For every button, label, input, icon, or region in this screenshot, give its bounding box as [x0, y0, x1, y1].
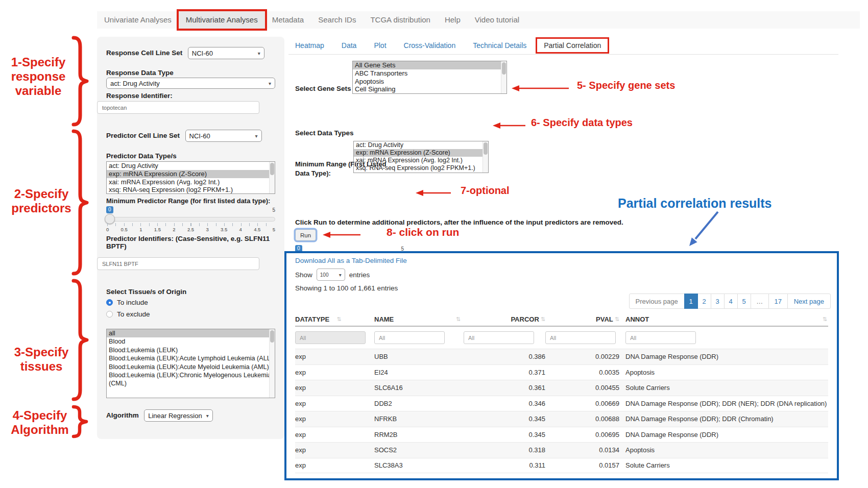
predictor-identifiers-input[interactable] — [97, 257, 259, 270]
download-all-link[interactable]: Download All as a Tab-Delimited File — [295, 257, 407, 264]
annotation-step2: 2-Specify predictors — [10, 187, 73, 215]
previous-page-button[interactable]: Previous page — [629, 294, 685, 309]
page-button-5[interactable]: 5 — [737, 294, 751, 309]
annotation-step5: 5- Specify gene sets — [577, 80, 675, 91]
sort-icon[interactable]: ⇅ — [541, 316, 545, 323]
table-row[interactable]: exp DDB2 0.346 0.00669 DNA Damage Respon… — [295, 396, 828, 411]
showing-entries-text: Showing 1 to 100 of 1,661 entries — [295, 284, 398, 292]
list-option[interactable]: Cell Signaling — [353, 85, 507, 93]
top-navbar: Univariate Analyses Multivariate Analyse… — [97, 11, 860, 29]
slider-handle[interactable] — [105, 214, 115, 224]
column-header-parcor[interactable]: PARCOR⇅ — [464, 315, 545, 323]
page-button-17[interactable]: 17 — [768, 294, 788, 309]
tab-technical-details[interactable]: Technical Details — [466, 39, 533, 52]
gene-sets-listbox[interactable]: All Gene Sets ABC Transporters Apoptosis… — [352, 61, 507, 94]
page-button-1[interactable]: 1 — [684, 294, 698, 309]
nav-item-multivariate-analyses[interactable]: Multivariate Analyses — [179, 11, 265, 29]
page-button-4[interactable]: 4 — [724, 294, 738, 309]
filter-input-name[interactable] — [374, 331, 445, 344]
tissue-exclude-radio[interactable]: To exclude — [106, 310, 150, 318]
scrollbar[interactable] — [269, 329, 275, 398]
page-button-2[interactable]: 2 — [697, 294, 711, 309]
sort-icon[interactable]: ⇅ — [456, 316, 461, 323]
list-option[interactable]: Blood — [107, 337, 275, 346]
next-page-button[interactable]: Next page — [787, 294, 831, 309]
scrollbar[interactable] — [269, 162, 275, 193]
nav-item-tcga-distribution[interactable]: TCGA distribution — [363, 11, 438, 29]
list-option-selected[interactable]: exp: mRNA Expression (Z-Score) — [354, 149, 488, 157]
column-header-pval[interactable]: PVAL⇅ — [545, 315, 619, 323]
table-row[interactable]: exp UBB 0.386 0.00229 DNA Damage Respons… — [295, 349, 828, 364]
sort-icon[interactable]: ⇅ — [615, 316, 619, 323]
sort-icon[interactable]: ⇅ — [823, 316, 827, 323]
min-range-label-line1: Minimum Range (First Listed — [295, 160, 386, 168]
scrollbar-thumb[interactable] — [484, 142, 488, 155]
table-row[interactable]: exp EI24 0.371 0.0035 Apoptosis — [295, 364, 828, 380]
scrollbar[interactable] — [483, 141, 488, 173]
red-brace-step3 — [69, 279, 90, 401]
table-row[interactable]: exp NFRKB 0.345 0.00688 DNA Damage Respo… — [295, 411, 828, 427]
tab-data[interactable]: Data — [335, 39, 364, 52]
nav-item-video-tutorial[interactable]: Video tutorial — [468, 11, 526, 29]
list-option-selected[interactable]: exp: mRNA Expression (Z-Score) — [107, 170, 275, 178]
list-option[interactable]: Blood:Leukemia (LEUK):Acute Lymphoid Leu… — [107, 354, 275, 362]
filter-input-pval[interactable] — [545, 331, 616, 344]
table-row[interactable]: exp SOCS2 0.318 0.0134 Apoptosis — [295, 442, 828, 458]
slider-track[interactable] — [106, 217, 275, 222]
red-brace-step1 — [69, 36, 90, 127]
run-button[interactable]: Run — [295, 229, 316, 241]
table-row[interactable]: exp RRM2B 0.345 0.00695 DNA Damage Respo… — [295, 427, 828, 443]
table-row[interactable]: exp SLC6A16 0.361 0.00455 Solute Carrier… — [295, 380, 828, 396]
radio-unchecked-icon[interactable] — [106, 311, 113, 318]
column-header-annot[interactable]: ANNOT⇅ — [619, 315, 828, 323]
radio-checked-icon[interactable] — [106, 299, 113, 306]
predictor-data-types-listbox[interactable]: act: Drug Activity exp: mRNA Expression … — [106, 161, 275, 194]
tissue-listbox[interactable]: all Blood Blood:Leukemia (LEUK) Blood:Le… — [106, 329, 275, 398]
nav-item-help[interactable]: Help — [438, 11, 468, 29]
data-types-listbox[interactable]: act: Drug Activity exp: mRNA Expression … — [353, 141, 489, 173]
predictor-cell-line-set-select[interactable]: NCI-60 ▾ — [185, 130, 262, 142]
filter-input-parcor[interactable] — [464, 331, 534, 344]
predictor-data-types-label: Predictor Data Type/s — [106, 152, 177, 160]
tab-plot[interactable]: Plot — [367, 39, 393, 52]
column-header-datatype[interactable]: DATATYPE⇅ — [295, 315, 374, 323]
list-option-selected[interactable]: all — [107, 329, 275, 337]
list-option[interactable]: Apoptosis — [353, 78, 507, 86]
list-option[interactable]: Blood:Leukemia (LEUK):Chronic Myelogenou… — [107, 371, 275, 388]
tab-cross-validation[interactable]: Cross-Validation — [397, 39, 463, 52]
nav-item-search-ids[interactable]: Search IDs — [311, 11, 363, 29]
response-data-type-select[interactable]: act: Drug Activity ▾ — [106, 78, 275, 89]
scrollbar[interactable] — [501, 61, 507, 93]
scrollbar-thumb[interactable] — [502, 62, 506, 75]
algorithm-select[interactable]: Linear Regression ▾ — [144, 409, 213, 422]
red-brace-step2 — [69, 129, 90, 276]
response-cell-line-set-select[interactable]: NCI-60 ▾ — [188, 47, 264, 59]
list-option[interactable]: xsq: RNA-seq Expression (log2 FPKM+1.) — [107, 186, 275, 194]
filter-input-datatype[interactable] — [295, 331, 366, 344]
response-identifier-input[interactable] — [97, 101, 259, 114]
list-option[interactable]: Blood:Leukemia (LEUK) — [107, 346, 275, 354]
list-option[interactable]: act: Drug Activity — [107, 162, 275, 170]
sort-icon[interactable]: ⇅ — [336, 316, 341, 323]
response-identifier-label: Response Identifier: — [106, 92, 173, 100]
nav-item-metadata[interactable]: Metadata — [265, 11, 311, 29]
tab-partial-correlation[interactable]: Partial Correlation — [537, 39, 608, 52]
tab-heatmap[interactable]: Heatmap — [288, 39, 331, 52]
list-option[interactable]: ABC Transporters — [353, 69, 507, 78]
red-brace-step4 — [69, 405, 90, 438]
nav-item-univariate-analyses[interactable]: Univariate Analyses — [97, 11, 179, 29]
tissue-include-radio[interactable]: To include — [106, 299, 148, 306]
scrollbar-thumb[interactable] — [270, 163, 274, 175]
filter-input-annot[interactable] — [625, 331, 696, 344]
list-option[interactable]: Blood:Leukemia (LEUK):Acute Myeloid Leuk… — [107, 363, 275, 371]
table-row[interactable]: exp SLC38A3 0.311 0.0157 Solute Carriers — [295, 458, 828, 474]
response-cell-line-set-label: Response Cell Line Set — [106, 49, 182, 57]
list-option[interactable]: xai: mRNA Expression (Avg. log2 Int.) — [107, 178, 275, 186]
scrollbar-thumb[interactable] — [270, 330, 274, 343]
show-entries-select[interactable]: 100 ▾ — [317, 269, 345, 281]
list-option-selected[interactable]: All Gene Sets — [353, 61, 507, 69]
column-header-name[interactable]: NAME⇅ — [374, 315, 464, 323]
red-arrow-gene-sets — [511, 84, 571, 92]
page-button-3[interactable]: 3 — [711, 294, 725, 309]
list-option[interactable]: act: Drug Activity — [354, 141, 488, 149]
